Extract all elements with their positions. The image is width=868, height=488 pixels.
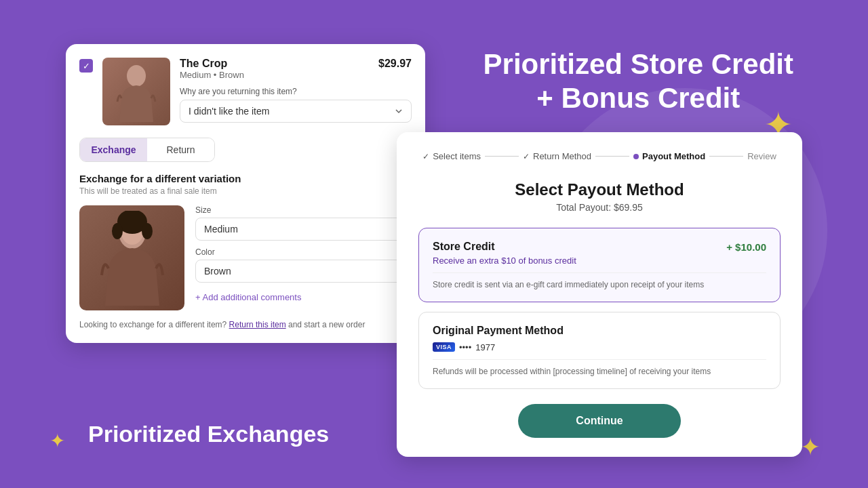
product-info: The Crop Medium • Brown $29.97 Why are y… [180,58,412,123]
store-credit-card[interactable]: Store Credit + $10.00 Receive an extra $… [418,228,781,302]
step-return-method: ✓ Return Method [523,151,591,161]
payment-icon-row: VISA •••• 1977 [433,342,495,352]
size-select[interactable]: Medium [195,218,412,241]
headline-line1: Prioritized Store Credit [484,48,793,80]
size-group: Size Medium [195,205,412,241]
bottom-headline: Prioritized Exchanges [88,421,329,447]
original-payment-header: Original Payment Method [433,325,766,337]
step-dot-icon [633,154,639,159]
payout-title: Select Payout Method [418,180,781,199]
exchange-subtitle: This will be treated as a final sale ite… [79,186,412,196]
return-item-link[interactable]: Return this item [229,320,286,329]
product-variant: Medium • Brown [180,70,244,80]
product-image [102,58,170,125]
svg-point-0 [127,65,146,87]
step-payout-label: Payout Method [642,151,705,161]
svg-point-5 [142,223,153,239]
progress-steps: ✓ Select items ✓ Return Method Payout Me… [418,151,781,161]
original-card-divider [433,359,766,360]
looking-text-end: and start a new order [288,320,365,329]
add-comments-link[interactable]: + Add additional comments [195,292,412,302]
store-credit-header: Store Credit + $10.00 [433,241,766,253]
exchange-options: Size Medium Color Brown + Add additional… [195,205,412,310]
card-dots: •••• [459,342,471,352]
step-check-icon: ✓ [422,152,429,161]
svg-point-4 [112,223,123,239]
card-last4: 1977 [475,342,495,352]
return-reason-select[interactable]: I didn't like the item [180,100,412,123]
looking-text-static: Looking to exchange for a different item… [79,320,226,329]
step-review: Review [747,151,776,161]
size-label: Size [195,205,412,215]
product-name: The Crop [180,58,244,70]
step-line-3 [709,156,743,157]
color-select[interactable]: Brown [195,260,412,283]
step-line-1 [485,156,519,157]
star-icon-bottom-left: ✦ [50,432,65,451]
card-divider [433,272,766,273]
product-price: $29.97 [378,58,412,70]
step-select-items: ✓ Select items [422,151,481,161]
step-return-label: Return Method [533,151,591,161]
exchange-section: Exchange for a different variation This … [79,173,412,310]
product-row: The Crop Medium • Brown $29.97 Why are y… [79,58,412,125]
headline: Prioritized Store Credit + Bonus Credit [484,47,793,116]
original-payment-title: Original Payment Method [433,325,564,337]
step-review-label: Review [747,151,776,161]
visa-icon: VISA [433,342,455,352]
store-credit-desc: Store credit is sent via an e-gift card … [433,280,766,289]
total-value: $69.95 [614,202,643,213]
headline-line2: + Bonus Credit [536,82,740,114]
tab-exchange[interactable]: Exchange [80,138,147,161]
total-label: Total Payout: [556,202,614,213]
original-payment-desc: Refunds will be processed within [proces… [433,367,766,376]
star-icon-bottom-right: ✦ [800,435,821,460]
return-reason-label: Why are you returning this item? [180,87,412,96]
bottom-headline-text: Prioritized Exchanges [88,421,329,447]
step-payout-method: Payout Method [633,151,705,161]
payout-card: ✓ Select items ✓ Return Method Payout Me… [397,132,802,457]
product-checkbox[interactable] [79,59,93,73]
store-credit-title: Store Credit [433,241,495,253]
store-credit-bonus: + $10.00 [726,241,766,253]
store-credit-subtitle: Receive an extra $10 of bonus credit [433,256,766,266]
exchange-title: Exchange for a different variation [79,173,412,184]
step-line-2 [595,156,629,157]
payout-total: Total Payout: $69.95 [418,202,781,213]
exchange-card: The Crop Medium • Brown $29.97 Why are y… [66,44,425,343]
exchange-image [79,205,184,310]
color-label: Color [195,247,412,257]
tab-return[interactable]: Return [147,138,214,161]
original-payment-card[interactable]: Original Payment Method VISA •••• 1977 R… [418,312,781,389]
color-group: Color Brown [195,247,412,283]
step-check-icon-2: ✓ [523,152,530,161]
looking-text: Looking to exchange for a different item… [79,320,412,329]
tab-group: Exchange Return [79,138,215,162]
continue-button[interactable]: Continue [518,404,681,438]
step-select-label: Select items [433,151,481,161]
exchange-content: Size Medium Color Brown + Add additional… [79,205,412,310]
